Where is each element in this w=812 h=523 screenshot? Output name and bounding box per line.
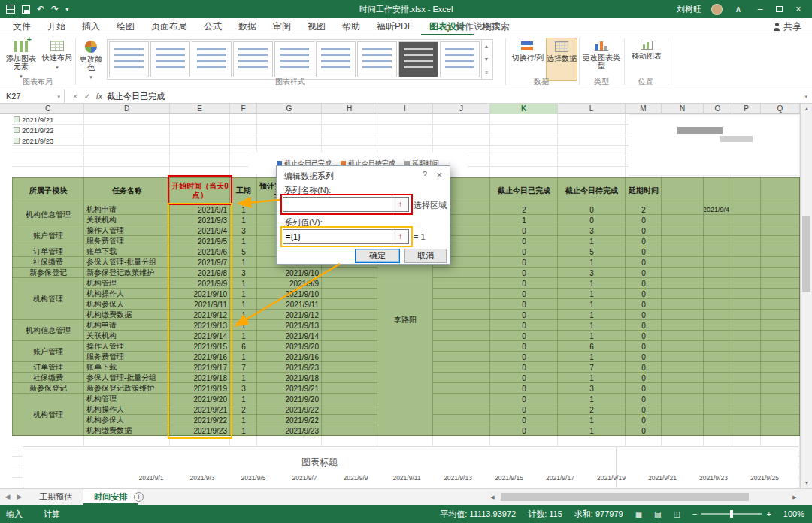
name-box-chevron-icon[interactable]: ▾: [57, 89, 60, 104]
cell-F42[interactable]: 1: [230, 352, 257, 362]
tab-绘图[interactable]: 绘图: [108, 18, 143, 35]
ribbon-display-options-icon[interactable]: ∧: [732, 0, 744, 18]
scroll-down-icon[interactable]: ▼: [801, 478, 812, 488]
vertical-scrollbar[interactable]: ▲ ▼: [800, 104, 812, 488]
formula-content[interactable]: 截止今日已完成: [107, 89, 165, 104]
cell-J38[interactable]: [433, 310, 490, 320]
cell-N32[interactable]: [662, 246, 704, 257]
module-cell-28[interactable]: 机构信息管理: [12, 204, 84, 225]
cell-J41[interactable]: [433, 341, 490, 352]
cell-M34[interactable]: 0: [626, 268, 662, 278]
cell-L43[interactable]: 7: [558, 362, 626, 373]
cell-K29[interactable]: 1: [490, 215, 558, 225]
cell-P47[interactable]: [732, 404, 761, 415]
module-cell-35[interactable]: 机构管理: [12, 278, 84, 320]
tab-页面布局[interactable]: 页面布局: [143, 18, 195, 35]
cell-F30[interactable]: 3: [230, 225, 257, 236]
cell-J35[interactable]: [433, 278, 490, 289]
cell-O31[interactable]: [704, 236, 732, 246]
cell-J42[interactable]: [433, 352, 490, 362]
column-header-O[interactable]: O: [704, 104, 732, 114]
cell-N45[interactable]: [662, 383, 704, 394]
cell-F39[interactable]: 1: [230, 320, 257, 331]
cell-N36[interactable]: [662, 289, 704, 299]
cell-M44[interactable]: 0: [626, 373, 662, 383]
cell-K45[interactable]: 0: [490, 383, 558, 394]
cell-P35[interactable]: [732, 278, 761, 289]
cell-M46[interactable]: 0: [626, 394, 662, 404]
cell-L37[interactable]: 1: [558, 299, 626, 310]
cell-O40[interactable]: [704, 331, 732, 341]
cell-H48[interactable]: [322, 415, 377, 425]
cell-L36[interactable]: 1: [558, 289, 626, 299]
cell-H49[interactable]: [322, 425, 377, 436]
cell-F33[interactable]: 1: [230, 257, 257, 268]
cell-J37[interactable]: [433, 299, 490, 310]
cell-L38[interactable]: 1: [558, 310, 626, 320]
scroll-left-icon[interactable]: ◀: [487, 491, 498, 503]
column-header-D[interactable]: D: [84, 104, 170, 114]
formula-bar-expand-icon[interactable]: ▾: [804, 89, 807, 104]
cell-K41[interactable]: 0: [490, 341, 558, 352]
cell-Q30[interactable]: [761, 225, 800, 236]
cell-M28[interactable]: 2: [626, 204, 662, 215]
cell-P42[interactable]: [732, 352, 761, 362]
cell-N43[interactable]: [662, 362, 704, 373]
cell-D45[interactable]: 新参保登记政策维护: [84, 383, 170, 394]
cell-O39[interactable]: [704, 320, 732, 331]
dialog-close-icon[interactable]: ×: [436, 169, 442, 180]
cell-P44[interactable]: [732, 373, 761, 383]
chart-style-option[interactable]: [150, 41, 190, 77]
cell-N34[interactable]: [662, 268, 704, 278]
cell-N42[interactable]: [662, 352, 704, 362]
close-icon[interactable]: ×: [792, 0, 804, 18]
cell-P32[interactable]: [732, 246, 761, 257]
tell-me-search[interactable]: 操作说明搜索: [445, 18, 510, 35]
cell-D34[interactable]: 新参保登记政策维护: [84, 268, 170, 278]
cell-J47[interactable]: [433, 404, 490, 415]
chart-style-option[interactable]: [316, 41, 356, 77]
cell-F49[interactable]: 1: [230, 425, 257, 436]
cell-G41[interactable]: 2021/9/20: [257, 341, 322, 352]
add-chart-element-button[interactable]: 添加图表元素 ▾: [3, 38, 39, 81]
cell-N41[interactable]: [662, 341, 704, 352]
cell-P43[interactable]: [732, 362, 761, 373]
cell-G48[interactable]: 2021/9/22: [257, 415, 322, 425]
cell-G45[interactable]: 2021/9/21: [257, 383, 322, 394]
cell-H41[interactable]: [322, 341, 377, 352]
cell-L35[interactable]: 1: [558, 278, 626, 289]
cell-L44[interactable]: 1: [558, 373, 626, 383]
cell-F43[interactable]: 7: [230, 362, 257, 373]
cell-J46[interactable]: [433, 394, 490, 404]
avatar[interactable]: [711, 4, 723, 15]
tab-开始[interactable]: 开始: [39, 18, 74, 35]
cell-O35[interactable]: [704, 278, 732, 289]
cell-O29[interactable]: [704, 215, 732, 225]
cell-G43[interactable]: 2021/9/23: [257, 362, 322, 373]
cell-J45[interactable]: [433, 383, 490, 394]
column-header-J[interactable]: J: [433, 104, 490, 114]
cell-N33[interactable]: [662, 257, 704, 268]
sheet-nav-left-icon[interactable]: ◀: [2, 489, 14, 505]
page-layout-view-icon[interactable]: ▤: [654, 510, 661, 518]
cell-G34[interactable]: 2021/9/10: [257, 268, 322, 278]
undo-icon[interactable]: ↶: [37, 5, 44, 14]
scroll-up-icon[interactable]: ▲: [801, 104, 812, 114]
ok-button[interactable]: 确定: [355, 249, 400, 263]
cell-M31[interactable]: 0: [626, 236, 662, 246]
quick-layout-button[interactable]: 快速布局 ▾: [41, 38, 74, 81]
cell-H38[interactable]: [322, 310, 377, 320]
cell-K28[interactable]: 2: [490, 204, 558, 215]
header-cell-K[interactable]: 截止今日已完成: [490, 177, 558, 204]
select-data-button[interactable]: 选择数据: [546, 38, 577, 81]
header-cell-D[interactable]: 任务名称: [84, 177, 170, 204]
cell-L40[interactable]: 1: [558, 331, 626, 341]
header-cell-Q[interactable]: [761, 177, 800, 204]
header-cell-F[interactable]: 工期: [230, 177, 257, 204]
cell-J44[interactable]: [433, 373, 490, 383]
cell-N28[interactable]: [662, 204, 704, 215]
change-chart-type-button[interactable]: 更改图表类型: [582, 38, 621, 81]
cell-M35[interactable]: 0: [626, 278, 662, 289]
cell-K31[interactable]: 0: [490, 236, 558, 246]
cell-D32[interactable]: 账单下载: [84, 246, 170, 257]
